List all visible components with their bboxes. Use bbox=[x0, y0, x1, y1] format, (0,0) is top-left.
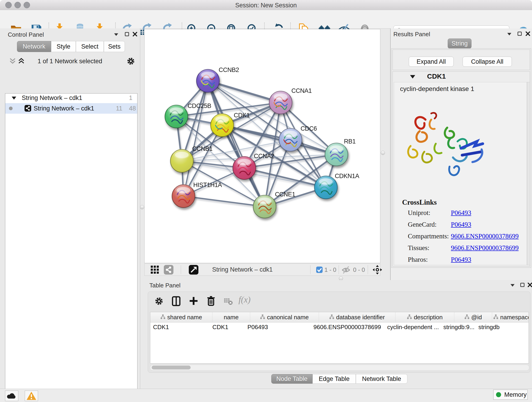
node-label-CCNB2: CCNB2 bbox=[219, 66, 239, 73]
results-panel: Results Panel String Expand All Collapse… bbox=[390, 28, 532, 280]
crosslink-link[interactable]: 9606.ENSP00000378699 bbox=[451, 244, 519, 251]
crosslink-link[interactable]: P06493 bbox=[451, 256, 471, 263]
table-settings-gear-icon[interactable] bbox=[154, 297, 164, 306]
column-header-description[interactable]: description bbox=[395, 312, 454, 322]
cloud-status-button[interactable] bbox=[5, 390, 18, 401]
network-node-CDC6[interactable] bbox=[279, 128, 302, 151]
network-node-RB1[interactable] bbox=[325, 143, 348, 166]
table-panel-title: Table Panel bbox=[149, 282, 181, 289]
network-node-CCNE1[interactable] bbox=[253, 195, 276, 218]
network-node-CCNA2[interactable] bbox=[233, 156, 256, 179]
cytoscape-window: Session: New Session ? Control Panel bbox=[0, 0, 532, 402]
column-header-canonical-name[interactable]: canonical name bbox=[250, 312, 319, 322]
panel-menu-icon[interactable] bbox=[114, 32, 119, 37]
collapse-all-networks-icon[interactable] bbox=[9, 57, 17, 65]
crosslink-link[interactable]: P06493 bbox=[451, 221, 471, 228]
create-column-icon[interactable] bbox=[189, 296, 198, 306]
tab-select[interactable]: Select bbox=[76, 41, 104, 52]
table-cell[interactable]: cyclin-dependent ... bbox=[385, 322, 441, 332]
warnings-button[interactable] bbox=[25, 390, 38, 401]
network-node-CCNB2[interactable] bbox=[196, 69, 220, 92]
column-header-name[interactable]: name bbox=[212, 312, 250, 322]
tab-network[interactable]: Network bbox=[17, 41, 51, 52]
table-cell[interactable]: stringdb bbox=[476, 322, 513, 332]
tree-expand-icon[interactable] bbox=[12, 96, 17, 100]
float-panel-icon[interactable] bbox=[124, 32, 129, 37]
center-view-crosshair-icon[interactable] bbox=[372, 265, 382, 275]
column-header--id[interactable]: @id bbox=[454, 312, 492, 322]
hidden-count: 0 - 0 bbox=[353, 266, 365, 274]
tab-sets[interactable]: Sets bbox=[104, 41, 125, 52]
float-panel-icon[interactable] bbox=[517, 31, 522, 36]
scrollbar-thumb[interactable] bbox=[152, 366, 191, 370]
collection-label: String Network – cdk1 bbox=[22, 95, 82, 102]
grid-view-icon[interactable] bbox=[151, 266, 159, 274]
panel-menu-icon[interactable] bbox=[510, 283, 515, 288]
network-edge[interactable] bbox=[184, 81, 208, 196]
shared-column-icon bbox=[407, 314, 412, 321]
crosslink-label: Uniprot: bbox=[408, 209, 451, 217]
delete-column-icon[interactable] bbox=[206, 296, 215, 306]
network-node-CDKN1A[interactable] bbox=[315, 176, 337, 199]
left-splitter-handle[interactable] bbox=[140, 205, 144, 209]
table-cell[interactable]: 9606.ENSP00000378699 bbox=[311, 322, 385, 332]
network-canvas[interactable]: CCNB2CCNA1CDC25BCDK1CDC6RB1CCNB1CCNA2CDK… bbox=[144, 29, 380, 263]
network-node-CCNB1[interactable] bbox=[171, 149, 193, 172]
tab-style[interactable]: Style bbox=[51, 41, 76, 52]
expand-all-button[interactable]: Expand All bbox=[409, 57, 454, 67]
close-panel-icon[interactable] bbox=[527, 282, 532, 287]
table-header-row: shared namenamecanonical namedatabase id… bbox=[150, 312, 529, 322]
tab-edge-table[interactable]: Edge Table bbox=[312, 374, 356, 384]
network-node-CDK1[interactable] bbox=[210, 113, 234, 137]
network-options-gear-icon[interactable] bbox=[127, 57, 135, 65]
network-edge[interactable] bbox=[184, 196, 265, 207]
column-header-database-identifier[interactable]: database identifier bbox=[319, 312, 395, 322]
network-node-CCNA1[interactable] bbox=[269, 90, 292, 114]
shared-column-icon bbox=[160, 314, 165, 321]
crosslink-row: Pharos:P06493 bbox=[408, 256, 522, 268]
tab-network-table[interactable]: Network Table bbox=[356, 374, 407, 384]
crosslink-link[interactable]: 9606.ENSP00000378699 bbox=[451, 232, 519, 240]
crosslink-link[interactable]: P06493 bbox=[451, 209, 471, 216]
results-scrollbar[interactable] bbox=[527, 82, 530, 265]
column-header-shared-name[interactable]: shared name bbox=[150, 312, 212, 322]
network-share-view-icon[interactable] bbox=[164, 265, 173, 274]
tab-string[interactable]: String bbox=[448, 38, 472, 49]
close-panel-icon[interactable] bbox=[133, 32, 138, 37]
column-label: canonical name bbox=[267, 314, 309, 321]
shared-column-icon bbox=[329, 314, 334, 321]
network-collection-row[interactable]: String Network – cdk1 1 bbox=[5, 94, 137, 103]
collapse-protein-icon[interactable] bbox=[410, 75, 416, 79]
table-cell[interactable]: stringdb:9... bbox=[441, 322, 476, 332]
network-node-count: 11 bbox=[116, 105, 122, 112]
show-columns-icon[interactable] bbox=[171, 296, 181, 306]
network-node-HIST1H1A[interactable] bbox=[172, 184, 195, 208]
right-splitter-handle[interactable] bbox=[381, 151, 385, 155]
memory-button[interactable]: Memory bbox=[493, 390, 528, 400]
network-tree: String Network – cdk1 1 String Network –… bbox=[5, 93, 138, 402]
selected-count: 1 - 0 bbox=[324, 266, 336, 274]
table-row[interactable]: CDK1CDK1P064939606.ENSP00000378699cyclin… bbox=[150, 322, 529, 332]
birdseye-view-icon[interactable] bbox=[189, 265, 198, 274]
table-cell[interactable]: P06493 bbox=[245, 322, 311, 332]
expand-all-networks-icon[interactable] bbox=[17, 57, 25, 65]
selected-checkbox[interactable] bbox=[316, 267, 323, 273]
node-label-CCNE1: CCNE1 bbox=[275, 191, 295, 198]
node-label-CCNA2: CCNA2 bbox=[254, 153, 274, 160]
protein-name: CDK1 bbox=[427, 72, 446, 80]
column-label: description bbox=[414, 314, 443, 321]
collection-network-count: 1 bbox=[129, 95, 133, 102]
network-row-selected[interactable]: String Network – cdk1 11 48 bbox=[5, 103, 137, 114]
network-node-CDC25B[interactable] bbox=[165, 104, 188, 128]
panel-menu-icon[interactable] bbox=[507, 32, 512, 37]
collapse-all-button[interactable]: Collapse All bbox=[462, 57, 512, 67]
table-horizontal-scrollbar[interactable] bbox=[150, 365, 529, 370]
network-type-icon bbox=[25, 105, 31, 112]
close-panel-icon[interactable] bbox=[525, 31, 530, 36]
column-header-namespace[interactable]: namespace bbox=[492, 312, 529, 322]
crosslink-label: Pharos: bbox=[408, 256, 451, 263]
float-panel-icon[interactable] bbox=[520, 282, 525, 287]
table-cell[interactable]: CDK1 bbox=[150, 322, 210, 332]
tab-node-table[interactable]: Node Table bbox=[271, 374, 312, 384]
table-cell[interactable]: CDK1 bbox=[210, 322, 245, 332]
